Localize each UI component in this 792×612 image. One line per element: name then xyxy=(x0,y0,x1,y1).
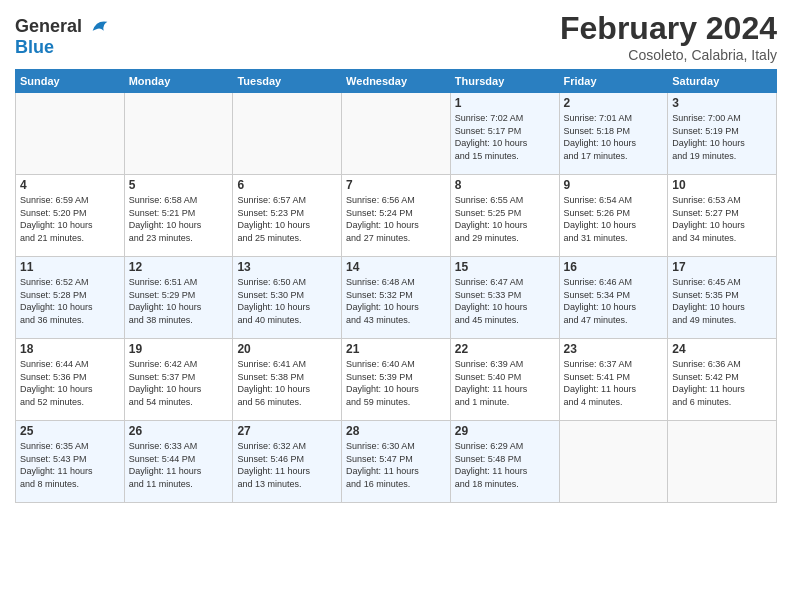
day-number: 9 xyxy=(564,178,664,192)
day-number: 24 xyxy=(672,342,772,356)
day-info: Sunrise: 6:39 AMSunset: 5:40 PMDaylight:… xyxy=(455,358,555,408)
calendar-day-cell: 24Sunrise: 6:36 AMSunset: 5:42 PMDayligh… xyxy=(668,339,777,421)
day-info: Sunrise: 6:33 AMSunset: 5:44 PMDaylight:… xyxy=(129,440,229,490)
day-number: 22 xyxy=(455,342,555,356)
day-number: 19 xyxy=(129,342,229,356)
day-info: Sunrise: 6:46 AMSunset: 5:34 PMDaylight:… xyxy=(564,276,664,326)
calendar-day-cell: 20Sunrise: 6:41 AMSunset: 5:38 PMDayligh… xyxy=(233,339,342,421)
day-number: 5 xyxy=(129,178,229,192)
calendar-day-cell: 27Sunrise: 6:32 AMSunset: 5:46 PMDayligh… xyxy=(233,421,342,503)
day-info: Sunrise: 7:00 AMSunset: 5:19 PMDaylight:… xyxy=(672,112,772,162)
calendar-week-row: 11Sunrise: 6:52 AMSunset: 5:28 PMDayligh… xyxy=(16,257,777,339)
weekday-header-cell: Friday xyxy=(559,70,668,93)
calendar-day-cell xyxy=(342,93,451,175)
calendar-week-row: 25Sunrise: 6:35 AMSunset: 5:43 PMDayligh… xyxy=(16,421,777,503)
logo-bird-icon xyxy=(89,16,111,38)
weekday-header-cell: Tuesday xyxy=(233,70,342,93)
title-block: February 2024 Cosoleto, Calabria, Italy xyxy=(560,10,777,63)
calendar-body: 1Sunrise: 7:02 AMSunset: 5:17 PMDaylight… xyxy=(16,93,777,503)
logo: General Blue xyxy=(15,16,111,58)
day-number: 29 xyxy=(455,424,555,438)
day-info: Sunrise: 6:45 AMSunset: 5:35 PMDaylight:… xyxy=(672,276,772,326)
day-number: 15 xyxy=(455,260,555,274)
weekday-header-row: SundayMondayTuesdayWednesdayThursdayFrid… xyxy=(16,70,777,93)
calendar-week-row: 1Sunrise: 7:02 AMSunset: 5:17 PMDaylight… xyxy=(16,93,777,175)
calendar-day-cell: 19Sunrise: 6:42 AMSunset: 5:37 PMDayligh… xyxy=(124,339,233,421)
day-info: Sunrise: 6:32 AMSunset: 5:46 PMDaylight:… xyxy=(237,440,337,490)
weekday-header-cell: Monday xyxy=(124,70,233,93)
day-info: Sunrise: 6:42 AMSunset: 5:37 PMDaylight:… xyxy=(129,358,229,408)
calendar-day-cell: 28Sunrise: 6:30 AMSunset: 5:47 PMDayligh… xyxy=(342,421,451,503)
day-info: Sunrise: 6:52 AMSunset: 5:28 PMDaylight:… xyxy=(20,276,120,326)
day-info: Sunrise: 6:54 AMSunset: 5:26 PMDaylight:… xyxy=(564,194,664,244)
day-info: Sunrise: 6:44 AMSunset: 5:36 PMDaylight:… xyxy=(20,358,120,408)
day-number: 20 xyxy=(237,342,337,356)
calendar-day-cell xyxy=(559,421,668,503)
calendar-day-cell: 8Sunrise: 6:55 AMSunset: 5:25 PMDaylight… xyxy=(450,175,559,257)
day-number: 28 xyxy=(346,424,446,438)
day-info: Sunrise: 6:30 AMSunset: 5:47 PMDaylight:… xyxy=(346,440,446,490)
day-info: Sunrise: 6:35 AMSunset: 5:43 PMDaylight:… xyxy=(20,440,120,490)
logo-blue: Blue xyxy=(15,38,111,58)
day-number: 8 xyxy=(455,178,555,192)
calendar-day-cell: 18Sunrise: 6:44 AMSunset: 5:36 PMDayligh… xyxy=(16,339,125,421)
day-number: 1 xyxy=(455,96,555,110)
day-info: Sunrise: 6:51 AMSunset: 5:29 PMDaylight:… xyxy=(129,276,229,326)
calendar-day-cell: 13Sunrise: 6:50 AMSunset: 5:30 PMDayligh… xyxy=(233,257,342,339)
calendar-day-cell: 5Sunrise: 6:58 AMSunset: 5:21 PMDaylight… xyxy=(124,175,233,257)
calendar-day-cell: 4Sunrise: 6:59 AMSunset: 5:20 PMDaylight… xyxy=(16,175,125,257)
day-number: 25 xyxy=(20,424,120,438)
calendar-week-row: 18Sunrise: 6:44 AMSunset: 5:36 PMDayligh… xyxy=(16,339,777,421)
calendar-day-cell xyxy=(16,93,125,175)
calendar-day-cell: 21Sunrise: 6:40 AMSunset: 5:39 PMDayligh… xyxy=(342,339,451,421)
day-number: 18 xyxy=(20,342,120,356)
header: General Blue February 2024 Cosoleto, Cal… xyxy=(15,10,777,63)
day-number: 17 xyxy=(672,260,772,274)
day-number: 21 xyxy=(346,342,446,356)
day-info: Sunrise: 6:56 AMSunset: 5:24 PMDaylight:… xyxy=(346,194,446,244)
month-title: February 2024 xyxy=(560,10,777,47)
calendar-day-cell: 16Sunrise: 6:46 AMSunset: 5:34 PMDayligh… xyxy=(559,257,668,339)
weekday-header-cell: Thursday xyxy=(450,70,559,93)
calendar-day-cell: 12Sunrise: 6:51 AMSunset: 5:29 PMDayligh… xyxy=(124,257,233,339)
calendar-container: General Blue February 2024 Cosoleto, Cal… xyxy=(0,0,792,513)
day-info: Sunrise: 7:02 AMSunset: 5:17 PMDaylight:… xyxy=(455,112,555,162)
day-info: Sunrise: 6:58 AMSunset: 5:21 PMDaylight:… xyxy=(129,194,229,244)
day-info: Sunrise: 6:41 AMSunset: 5:38 PMDaylight:… xyxy=(237,358,337,408)
calendar-week-row: 4Sunrise: 6:59 AMSunset: 5:20 PMDaylight… xyxy=(16,175,777,257)
day-info: Sunrise: 7:01 AMSunset: 5:18 PMDaylight:… xyxy=(564,112,664,162)
day-number: 27 xyxy=(237,424,337,438)
location: Cosoleto, Calabria, Italy xyxy=(560,47,777,63)
day-number: 16 xyxy=(564,260,664,274)
calendar-day-cell: 6Sunrise: 6:57 AMSunset: 5:23 PMDaylight… xyxy=(233,175,342,257)
weekday-header-cell: Saturday xyxy=(668,70,777,93)
calendar-table: SundayMondayTuesdayWednesdayThursdayFrid… xyxy=(15,69,777,503)
day-info: Sunrise: 6:57 AMSunset: 5:23 PMDaylight:… xyxy=(237,194,337,244)
calendar-day-cell: 17Sunrise: 6:45 AMSunset: 5:35 PMDayligh… xyxy=(668,257,777,339)
day-number: 7 xyxy=(346,178,446,192)
day-number: 23 xyxy=(564,342,664,356)
day-info: Sunrise: 6:40 AMSunset: 5:39 PMDaylight:… xyxy=(346,358,446,408)
calendar-day-cell xyxy=(668,421,777,503)
calendar-day-cell: 23Sunrise: 6:37 AMSunset: 5:41 PMDayligh… xyxy=(559,339,668,421)
calendar-day-cell: 29Sunrise: 6:29 AMSunset: 5:48 PMDayligh… xyxy=(450,421,559,503)
calendar-day-cell: 1Sunrise: 7:02 AMSunset: 5:17 PMDaylight… xyxy=(450,93,559,175)
weekday-header-cell: Wednesday xyxy=(342,70,451,93)
day-number: 26 xyxy=(129,424,229,438)
day-number: 14 xyxy=(346,260,446,274)
day-info: Sunrise: 6:50 AMSunset: 5:30 PMDaylight:… xyxy=(237,276,337,326)
calendar-day-cell: 14Sunrise: 6:48 AMSunset: 5:32 PMDayligh… xyxy=(342,257,451,339)
calendar-day-cell: 7Sunrise: 6:56 AMSunset: 5:24 PMDaylight… xyxy=(342,175,451,257)
calendar-day-cell: 22Sunrise: 6:39 AMSunset: 5:40 PMDayligh… xyxy=(450,339,559,421)
day-info: Sunrise: 6:29 AMSunset: 5:48 PMDaylight:… xyxy=(455,440,555,490)
calendar-day-cell: 2Sunrise: 7:01 AMSunset: 5:18 PMDaylight… xyxy=(559,93,668,175)
calendar-day-cell xyxy=(233,93,342,175)
day-number: 6 xyxy=(237,178,337,192)
day-number: 3 xyxy=(672,96,772,110)
day-info: Sunrise: 6:47 AMSunset: 5:33 PMDaylight:… xyxy=(455,276,555,326)
calendar-day-cell: 10Sunrise: 6:53 AMSunset: 5:27 PMDayligh… xyxy=(668,175,777,257)
day-info: Sunrise: 6:53 AMSunset: 5:27 PMDaylight:… xyxy=(672,194,772,244)
calendar-day-cell xyxy=(124,93,233,175)
day-info: Sunrise: 6:55 AMSunset: 5:25 PMDaylight:… xyxy=(455,194,555,244)
day-info: Sunrise: 6:37 AMSunset: 5:41 PMDaylight:… xyxy=(564,358,664,408)
